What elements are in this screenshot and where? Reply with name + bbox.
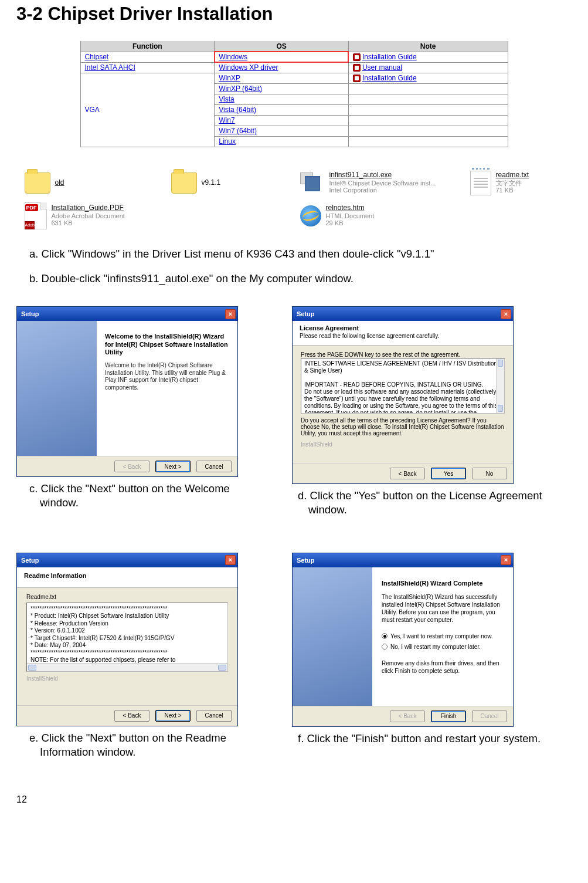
dialog-finish: Setup × InstallShield(R) Wizard Complete… — [292, 553, 514, 727]
next-button[interactable]: Next > — [155, 710, 191, 722]
cancel-button[interactable]: Cancel — [196, 710, 232, 722]
radio-label: No, I will restart my computer later. — [390, 643, 481, 651]
license-line: IMPORTANT - READ BEFORE COPYING, INSTALL… — [304, 381, 499, 388]
close-icon[interactable]: × — [501, 309, 511, 319]
file-readme-txt[interactable]: readme.txt 文字文件 71 KB — [470, 171, 576, 195]
label-vga: VGA — [85, 106, 100, 114]
license-textbox[interactable]: INTEL SOFTWARE LICENSE AGREEMENT (OEM / … — [301, 358, 505, 414]
link-sata-ahci[interactable]: Intel SATA AHCI — [85, 63, 135, 72]
installer-icon — [300, 172, 325, 194]
no-button[interactable]: No — [472, 468, 507, 479]
step-b: b. Double-click "infinsts911_autol.exe" … — [29, 272, 572, 286]
link-win7-64[interactable]: Win7 (64bit) — [219, 127, 257, 135]
readme-line: * Release: Production Version — [30, 620, 224, 628]
ie-icon — [300, 205, 321, 226]
back-button: < Back — [114, 461, 149, 472]
section-heading: 3-2 Chipset Driver Installation — [16, 0, 572, 25]
titlebar[interactable]: Setup × — [17, 553, 237, 567]
radio-icon — [382, 644, 388, 649]
license-question: Do you accept all the terms of the prece… — [301, 417, 505, 437]
step-a: a. Click "Windows" in the Driver List me… — [29, 247, 572, 262]
license-heading: License Agreement — [300, 324, 359, 331]
radio-restart-later[interactable]: No, I will restart my computer later. — [382, 643, 504, 651]
window-title: Setup — [297, 310, 315, 317]
link-vista[interactable]: Vista — [219, 95, 234, 103]
readme-textbox[interactable]: ****************************************… — [26, 603, 228, 672]
file-name: infinst911_autol.exe — [329, 171, 436, 180]
cancel-button[interactable]: Cancel — [196, 461, 232, 472]
file-name: old — [55, 179, 64, 187]
installshield-label: InstallShield — [26, 675, 228, 682]
dialog-license: Setup × License Agreement Please read th… — [292, 306, 514, 484]
file-exe[interactable]: infinst911_autol.exe Intel® Chipset Devi… — [300, 171, 470, 195]
link-chipset[interactable]: Chipset — [85, 53, 109, 61]
license-instruction: Press the PAGE DOWN key to see the rest … — [301, 351, 505, 358]
radio-icon — [382, 633, 388, 639]
pdf-icon — [353, 75, 361, 82]
readme-line: * Version: 6.0.1.1002 — [30, 627, 224, 635]
installshield-label: InstallShield — [301, 441, 505, 448]
file-name: v9.1.1 — [202, 179, 221, 187]
readme-line: ****************************************… — [30, 671, 224, 672]
link-install-guide-2[interactable]: Installation Guide — [362, 74, 417, 82]
readme-line: ****************************************… — [30, 605, 224, 613]
close-icon[interactable]: × — [225, 309, 236, 319]
license-line: INTEL SOFTWARE LICENSE AGREEMENT (OEM / … — [304, 360, 499, 374]
caption-f: f. Click the "Finish" button and restart… — [298, 732, 544, 746]
folder-icon — [171, 172, 197, 194]
cancel-button: Cancel — [472, 711, 507, 722]
license-subheading: Please read the following license agreem… — [300, 333, 506, 339]
readme-label: Readme.txt — [26, 594, 228, 600]
link-winxp-driver[interactable]: Windows XP driver — [219, 63, 278, 72]
window-title: Setup — [297, 557, 315, 564]
instruction-list: a. Click "Windows" in the Driver List me… — [29, 247, 572, 287]
link-winxp64[interactable]: WinXP (64bit) — [219, 84, 262, 93]
wizard-side-graphic — [293, 567, 372, 706]
caption-d: d. Click the "Yes" button on the License… — [298, 489, 544, 517]
link-win7[interactable]: Win7 — [219, 116, 234, 124]
driver-table-wrap: Function OS Note Chipset Windows Install… — [16, 41, 572, 147]
file-installation-guide-pdf[interactable]: PDFAdobe Installation_Guide.PDF Adobe Ac… — [25, 202, 171, 229]
pdf-file-icon: PDFAdobe — [25, 202, 47, 229]
dialog-welcome: Setup × Welcome to the InstallShield(R) … — [16, 306, 238, 477]
file-name: readme.txt — [496, 171, 529, 180]
back-button[interactable]: < Back — [114, 710, 149, 722]
close-icon[interactable]: × — [225, 555, 236, 565]
file-size: 631 KB — [52, 219, 125, 227]
file-company: Intel Corporation — [329, 187, 436, 194]
titlebar[interactable]: Setup × — [17, 307, 237, 321]
folder-v911[interactable]: v9.1.1 — [171, 171, 300, 195]
file-name: Installation_Guide.PDF — [52, 204, 125, 212]
horizontal-scrollbar[interactable] — [27, 663, 227, 671]
col-function: Function — [80, 41, 215, 52]
scrollbar[interactable] — [496, 358, 504, 413]
readme-line: * Target Chipset#: Intel(R) E7520 & Inte… — [30, 635, 224, 642]
titlebar[interactable]: Setup × — [293, 307, 513, 321]
link-vista64[interactable]: Vista (64bit) — [219, 106, 256, 114]
file-type: 文字文件 — [496, 180, 529, 187]
link-user-manual[interactable]: User manual — [362, 63, 402, 72]
file-relnotes-htm[interactable]: relnotes.htm HTML Document 29 KB — [300, 202, 470, 229]
close-icon[interactable]: × — [501, 555, 511, 565]
folder-old[interactable]: old — [25, 171, 171, 195]
radio-restart-now[interactable]: Yes, I want to restart my computer now. — [382, 632, 504, 640]
wizard-side-graphic — [17, 321, 97, 456]
caption-c: c. Click the "Next" button on the Welcom… — [29, 482, 268, 510]
back-button[interactable]: < Back — [390, 468, 425, 479]
link-linux[interactable]: Linux — [219, 137, 236, 146]
driver-table: Function OS Note Chipset Windows Install… — [80, 41, 508, 147]
titlebar[interactable]: Setup × — [293, 553, 513, 567]
next-button[interactable]: Next > — [155, 461, 191, 472]
folder-icon — [25, 172, 50, 194]
finish-button[interactable]: Finish — [431, 711, 466, 722]
file-name: relnotes.htm — [326, 204, 375, 212]
link-install-guide[interactable]: Installation Guide — [362, 53, 417, 61]
link-windows[interactable]: Windows — [219, 53, 247, 61]
col-note: Note — [348, 41, 508, 52]
link-winxp[interactable]: WinXP — [219, 74, 240, 82]
caption-e: e. Click the "Next" button on the Readme… — [29, 731, 268, 759]
radio-label: Yes, I want to restart my computer now. — [390, 632, 493, 640]
yes-button[interactable]: Yes — [431, 468, 466, 479]
back-button: < Back — [390, 711, 425, 722]
finish-heading: InstallShield(R) Wizard Complete — [382, 579, 504, 587]
